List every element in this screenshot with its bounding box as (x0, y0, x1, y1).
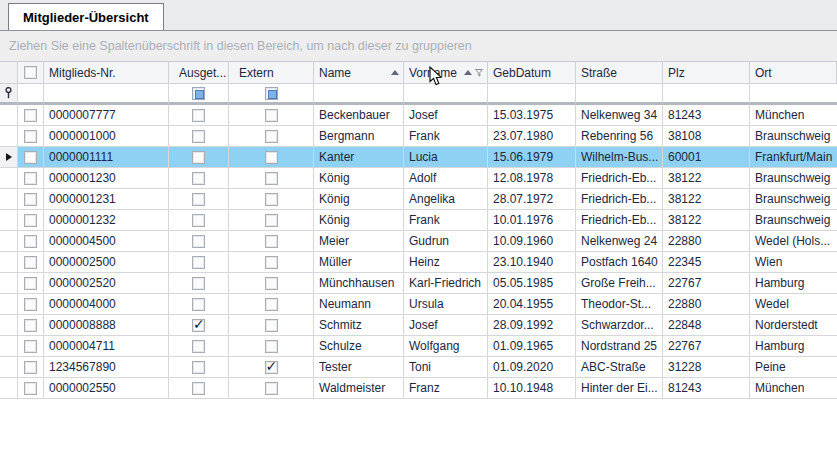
cell-extern[interactable] (229, 273, 314, 294)
row-select-checkbox[interactable] (18, 357, 44, 378)
row-select-checkbox[interactable] (18, 168, 44, 189)
cell-name[interactable]: Neumann (314, 294, 404, 315)
cell-ausgetreten[interactable] (169, 231, 229, 252)
filter-cell-extern[interactable] (229, 84, 314, 105)
cell-vorname[interactable]: Lucia (404, 147, 488, 168)
cell-gebdatum[interactable]: 01.09.1965 (488, 336, 576, 357)
cell-name[interactable]: König (314, 210, 404, 231)
cell-ort[interactable]: Hamburg (750, 336, 837, 357)
cell-vorname[interactable]: Gudrun (404, 231, 488, 252)
cell-plz[interactable]: 38108 (663, 126, 750, 147)
cell-extern[interactable] (229, 168, 314, 189)
cell-vorname[interactable]: Karl-Friedrich (404, 273, 488, 294)
cell-ort[interactable]: Wedel (Hols... (750, 231, 837, 252)
cell-ausgetreten[interactable] (169, 126, 229, 147)
cell-extern[interactable] (229, 210, 314, 231)
cell-name[interactable]: Meier (314, 231, 404, 252)
table-row[interactable]: 0000008888 Schmitz Josef 28.09.1992 Schw… (0, 315, 837, 336)
cell-mitglieds-nr[interactable]: 0000008888 (44, 315, 169, 336)
cell-plz[interactable]: 22345 (663, 252, 750, 273)
cell-mitglieds-nr[interactable]: 0000004500 (44, 231, 169, 252)
filter-cell-ausgetreten[interactable] (169, 84, 229, 105)
cell-vorname[interactable]: Franz (404, 378, 488, 399)
cell-ausgetreten[interactable] (169, 315, 229, 336)
select-all-checkbox[interactable] (18, 62, 44, 84)
cell-name[interactable]: Schmitz (314, 315, 404, 336)
cell-extern[interactable] (229, 315, 314, 336)
cell-extern[interactable] (229, 126, 314, 147)
table-row[interactable]: 0000001232 König Frank 10.01.1976 Friedr… (0, 210, 837, 231)
cell-name[interactable]: Kanter (314, 147, 404, 168)
table-row[interactable]: 0000004711 Schulze Wolfgang 01.09.1965 N… (0, 336, 837, 357)
cell-ausgetreten[interactable] (169, 357, 229, 378)
row-select-checkbox[interactable] (18, 147, 44, 168)
cell-vorname[interactable]: Angelika (404, 189, 488, 210)
cell-strasse[interactable]: Nordstrand 25 (576, 336, 663, 357)
cell-mitglieds-nr[interactable]: 0000007777 (44, 105, 169, 126)
filter-cell-ort[interactable] (750, 84, 837, 105)
row-select-checkbox[interactable] (18, 315, 44, 336)
cell-strasse[interactable]: Schwarzdor... (576, 315, 663, 336)
table-row[interactable]: 0000001000 Bergmann Frank 23.07.1980 Reb… (0, 126, 837, 147)
filter-cell-mitglieds-nr[interactable] (44, 84, 169, 105)
row-select-checkbox[interactable] (18, 231, 44, 252)
cell-ausgetreten[interactable] (169, 252, 229, 273)
cell-gebdatum[interactable]: 05.05.1985 (488, 273, 576, 294)
column-header-vorname[interactable]: Vorname (404, 62, 488, 84)
filter-cell-vorname[interactable] (404, 84, 488, 105)
cell-ausgetreten[interactable] (169, 105, 229, 126)
cell-ort[interactable]: Braunschweig (750, 126, 837, 147)
cell-ausgetreten[interactable] (169, 378, 229, 399)
cell-strasse[interactable]: Rebenring 56 (576, 126, 663, 147)
cell-plz[interactable]: 22767 (663, 336, 750, 357)
cell-plz[interactable]: 81243 (663, 378, 750, 399)
row-select-checkbox[interactable] (18, 105, 44, 126)
cell-mitglieds-nr[interactable]: 0000002550 (44, 378, 169, 399)
cell-extern[interactable] (229, 336, 314, 357)
cell-extern[interactable] (229, 189, 314, 210)
row-select-checkbox[interactable] (18, 336, 44, 357)
cell-gebdatum[interactable]: 10.10.1948 (488, 378, 576, 399)
filter-cell-strasse[interactable] (576, 84, 663, 105)
cell-ort[interactable]: Braunschweig (750, 210, 837, 231)
cell-ausgetreten[interactable] (169, 147, 229, 168)
cell-mitglieds-nr[interactable]: 1234567890 (44, 357, 169, 378)
table-row[interactable]: 1234567890 Tester Toni 01.09.2020 ABC-St… (0, 357, 837, 378)
row-select-checkbox[interactable] (18, 378, 44, 399)
row-select-checkbox[interactable] (18, 252, 44, 273)
cell-ort[interactable]: Peine (750, 357, 837, 378)
filter-funnel-icon[interactable] (475, 69, 483, 77)
cell-extern[interactable] (229, 105, 314, 126)
indeterminate-checkbox-icon[interactable] (265, 87, 278, 100)
cell-strasse[interactable]: ABC-Straße (576, 357, 663, 378)
row-select-checkbox[interactable] (18, 294, 44, 315)
cell-vorname[interactable]: Josef (404, 105, 488, 126)
indeterminate-checkbox-icon[interactable] (192, 87, 205, 100)
cell-vorname[interactable]: Frank (404, 126, 488, 147)
cell-ort[interactable]: München (750, 378, 837, 399)
row-select-checkbox[interactable] (18, 273, 44, 294)
cell-name[interactable]: Schulze (314, 336, 404, 357)
cell-name[interactable]: König (314, 189, 404, 210)
cell-plz[interactable]: 60001 (663, 147, 750, 168)
cell-gebdatum[interactable]: 20.04.1955 (488, 294, 576, 315)
cell-strasse[interactable]: Theodor-St... (576, 294, 663, 315)
tab-mitglieder-uebersicht[interactable]: Mitglieder-Übersicht (8, 3, 164, 30)
cell-vorname[interactable]: Toni (404, 357, 488, 378)
cell-name[interactable]: Tester (314, 357, 404, 378)
cell-plz[interactable]: 22880 (663, 294, 750, 315)
row-select-checkbox[interactable] (18, 210, 44, 231)
cell-gebdatum[interactable]: 28.07.1972 (488, 189, 576, 210)
filter-cell-select[interactable] (18, 84, 44, 105)
cell-strasse[interactable]: Nelkenweg 24 (576, 231, 663, 252)
cell-mitglieds-nr[interactable]: 0000001000 (44, 126, 169, 147)
cell-plz[interactable]: 38122 (663, 189, 750, 210)
cell-gebdatum[interactable]: 01.09.2020 (488, 357, 576, 378)
cell-ort[interactable]: Wien (750, 252, 837, 273)
column-header-gebdatum[interactable]: GebDatum (488, 62, 576, 84)
group-by-panel[interactable]: Ziehen Sie eine Spaltenüberschrift in di… (0, 31, 837, 61)
cell-ausgetreten[interactable] (169, 210, 229, 231)
cell-strasse[interactable]: Wilhelm-Bus... (576, 147, 663, 168)
cell-mitglieds-nr[interactable]: 0000001231 (44, 189, 169, 210)
cell-strasse[interactable]: Friedrich-Eb... (576, 168, 663, 189)
